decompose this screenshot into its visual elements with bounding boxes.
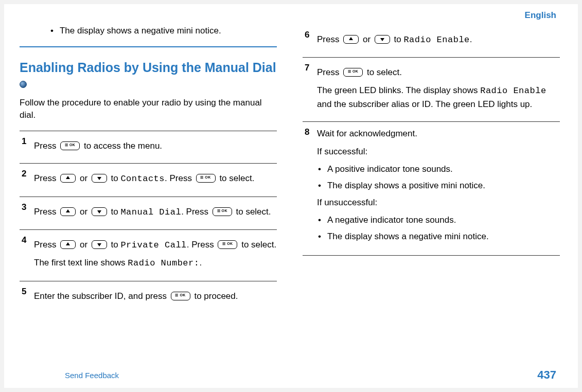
step-1: 1 Press to access the menu.	[20, 131, 277, 163]
language-header: English	[20, 9, 562, 21]
up-arrow-icon	[60, 207, 76, 216]
svg-marker-0	[66, 176, 70, 179]
ok-button-icon	[218, 240, 237, 249]
text: to	[111, 240, 121, 250]
step-number: 4	[20, 235, 34, 275]
step-number: 5	[20, 287, 34, 307]
text: Press	[34, 173, 59, 183]
ok-button-icon	[196, 174, 216, 183]
ok-button-icon	[213, 207, 232, 216]
bullet-icon: •	[318, 213, 321, 227]
down-arrow-icon	[92, 240, 107, 249]
send-feedback-link[interactable]: Send Feedback	[65, 371, 119, 380]
ok-button-icon	[171, 292, 190, 300]
step-number: 2	[20, 169, 34, 190]
section-title: Enabling Radios by Using the Manual Dial	[20, 60, 277, 92]
prev-bullet-text: The display shows a negative mini notice…	[60, 25, 221, 37]
text: Press	[34, 240, 59, 250]
svg-marker-6	[349, 37, 353, 40]
menu-item: Manual Dial	[120, 207, 181, 217]
svg-marker-5	[97, 243, 101, 246]
up-arrow-icon	[60, 174, 76, 183]
section-intro: Follow the procedure to enable your radi…	[20, 97, 277, 121]
list-item: •The display shows a positive mini notic…	[318, 179, 489, 192]
text: Enter the subscriber ID, and press	[34, 291, 169, 301]
step-body: Press or to Radio Enable.	[317, 30, 472, 51]
text: Press	[34, 141, 59, 151]
text: Press	[317, 34, 342, 44]
section-title-text: Enabling Radios by Using the Manual Dial	[20, 60, 276, 75]
svg-marker-7	[380, 38, 384, 41]
text: to select.	[241, 240, 276, 250]
svg-marker-4	[66, 242, 70, 245]
globe-icon	[20, 81, 27, 88]
ok-button-icon	[60, 141, 80, 150]
svg-marker-1	[97, 177, 101, 180]
ok-button-icon	[343, 68, 363, 77]
bullet-icon: •	[318, 179, 321, 192]
step-number: 1	[20, 136, 34, 157]
text: or	[80, 207, 90, 217]
text: to access the menu.	[84, 141, 162, 151]
step-number: 3	[20, 202, 34, 223]
step-4: 4 Press or to Private Call. Press to sel…	[20, 229, 277, 281]
list-item: •The display shows a negative mini notic…	[318, 230, 489, 243]
text: to select.	[367, 67, 402, 77]
text: If unsuccessful:	[317, 196, 489, 209]
text: to	[111, 207, 121, 217]
step-7: 7 Press to select. The green LED blinks.…	[303, 57, 560, 121]
step-body: Wait for acknowledgment. If successful: …	[317, 127, 489, 246]
step-3: 3 Press or to Manual Dial. Press to sele…	[20, 197, 277, 229]
prev-section-bullet: • The display shows a negative mini noti…	[50, 25, 277, 37]
text: The display shows a negative mini notice…	[327, 230, 489, 243]
text: Press	[317, 67, 342, 77]
menu-item: Radio Enable	[403, 35, 469, 45]
text: . Press	[187, 240, 217, 250]
text: or	[80, 240, 90, 250]
text: A negative indicator tone sounds.	[327, 213, 456, 227]
display-text: Radio Number:	[128, 258, 199, 268]
text: .	[199, 258, 202, 268]
text: to select.	[219, 173, 254, 183]
step-number: 6	[303, 30, 317, 51]
text: The display shows a positive mini notice…	[327, 179, 485, 192]
text: to proceed.	[194, 291, 238, 301]
step-body: Enter the subscriber ID, and press to pr…	[34, 287, 238, 307]
page-number: 437	[537, 368, 556, 382]
menu-item: Private Call	[120, 240, 186, 250]
svg-marker-2	[66, 209, 70, 212]
text: If successful:	[317, 145, 489, 158]
text: to select.	[236, 207, 271, 217]
text: . Press	[181, 207, 211, 217]
step-number: 8	[303, 127, 317, 246]
list-item: •A negative indicator tone sounds.	[318, 213, 489, 227]
display-text: Radio Enable	[480, 86, 546, 96]
step-body: Press or to Contacts. Press to select.	[34, 169, 254, 190]
svg-marker-3	[97, 210, 101, 213]
up-arrow-icon	[60, 240, 76, 249]
step-2: 2 Press or to Contacts. Press to select.	[20, 163, 277, 196]
down-arrow-icon	[92, 207, 107, 216]
bullet-icon: •	[318, 163, 321, 176]
text: The green LED blinks. The display shows	[317, 85, 480, 95]
down-arrow-icon	[375, 35, 390, 44]
step-6: 6 Press or to Radio Enable.	[303, 25, 560, 57]
list-item: •A positive indicator tone sounds.	[318, 163, 489, 176]
text: A positive indicator tone sounds.	[327, 163, 453, 176]
text: Wait for acknowledgment.	[317, 127, 489, 140]
text: The first text line shows	[34, 258, 128, 268]
section-divider	[20, 46, 277, 47]
left-column: • The display shows a negative mini noti…	[20, 25, 277, 313]
step-body: Press to access the menu.	[34, 136, 162, 157]
bullet-icon: •	[318, 230, 321, 243]
step-body: Press to select. The green LED blinks. T…	[317, 63, 560, 115]
section-divider	[303, 255, 560, 256]
text: .	[470, 34, 472, 44]
page-footer: Send Feedback 437	[4, 368, 578, 382]
text: . Press	[165, 173, 195, 183]
step-body: Press or to Private Call. Press to selec…	[34, 235, 276, 275]
step-number: 7	[303, 63, 317, 115]
right-column: 6 Press or to Radio Enable. 7	[303, 25, 560, 313]
text: or	[80, 173, 90, 183]
step-5: 5 Enter the subscriber ID, and press to …	[20, 281, 277, 313]
